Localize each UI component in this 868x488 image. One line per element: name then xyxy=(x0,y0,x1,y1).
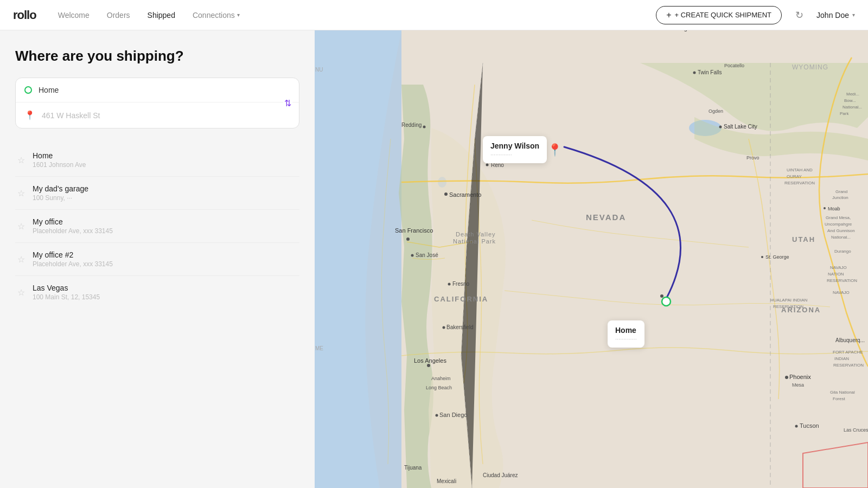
from-input[interactable] xyxy=(39,86,290,94)
header: rollo Welcome Orders Shipped Connections… xyxy=(0,0,868,30)
svg-text:Durango: Durango xyxy=(834,249,851,254)
svg-text:RESERVATION: RESERVATION xyxy=(784,181,815,185)
svg-text:Sacramento: Sacramento xyxy=(449,191,481,198)
destination-tooltip: Jenny Wilson ············· xyxy=(483,136,547,163)
user-name: John Doe xyxy=(816,11,849,20)
svg-text:Forest: Forest xyxy=(833,396,845,401)
destination-address: ············· xyxy=(490,151,539,158)
star-icon-4: ☆ xyxy=(17,254,25,265)
star-icon-2: ☆ xyxy=(17,188,25,198)
svg-point-5 xyxy=(444,192,448,196)
svg-text:Fresno: Fresno xyxy=(452,281,470,287)
origin-tooltip: Home ············· xyxy=(608,320,644,348)
svg-point-7 xyxy=(406,237,410,241)
user-chevron-icon: ▾ xyxy=(852,12,855,18)
svg-text:NEVADA: NEVADA xyxy=(586,213,626,222)
svg-text:Anaheim: Anaheim xyxy=(431,376,451,381)
svg-text:St. George: St. George xyxy=(765,254,789,260)
svg-text:Park: Park xyxy=(840,111,849,116)
saved-addr-home: 1601 Johnson Ave xyxy=(33,161,86,169)
svg-text:CALIFORNIA: CALIFORNIA xyxy=(434,295,488,303)
svg-text:Ciudad Juárez: Ciudad Juárez xyxy=(483,472,518,478)
origin-name: Home xyxy=(615,326,637,335)
svg-point-13 xyxy=(427,364,430,367)
svg-point-38 xyxy=(785,376,788,379)
address-inputs: 📍 461 W Haskell St ⇅ xyxy=(15,78,299,129)
nav-shipped[interactable]: Shipped xyxy=(148,11,175,20)
main-layout: Where are you shipping? 📍 461 W Haskell … xyxy=(0,30,868,488)
svg-text:NAVAJO: NAVAJO xyxy=(830,265,847,270)
svg-point-19 xyxy=(660,294,663,298)
svg-text:San Francisco: San Francisco xyxy=(395,227,433,234)
svg-text:Tijuana: Tijuana xyxy=(404,465,422,471)
saved-addr-las-vegas: 100 Main St, 12, 15345 xyxy=(33,293,100,301)
saved-name-home: Home xyxy=(33,151,86,160)
refresh-button[interactable]: ↻ xyxy=(790,7,808,24)
svg-text:Junction: Junction xyxy=(832,195,848,200)
svg-text:Moab: Moab xyxy=(828,206,840,211)
svg-text:Phoenix: Phoenix xyxy=(789,374,811,380)
to-address-row: 📍 461 W Haskell St xyxy=(16,102,299,128)
star-icon: ☆ xyxy=(17,155,25,165)
svg-text:FORT APACHE: FORT APACHE xyxy=(833,350,863,355)
saved-address-office2[interactable]: ☆ My office #2 Placeholder Ave, xxx 3314… xyxy=(15,243,299,276)
destination-pin-icon: 📍 xyxy=(24,110,35,120)
svg-text:National...: National... xyxy=(843,105,862,110)
page-title: Where are you shipping? xyxy=(15,48,299,65)
swap-addresses-button[interactable]: ⇅ xyxy=(283,97,292,110)
logo: rollo xyxy=(13,8,36,22)
svg-point-9 xyxy=(411,254,414,257)
saved-addr-dads-garage: 100 Sunny, ··· xyxy=(33,194,88,202)
saved-address-las-vegas[interactable]: ☆ Las Vegas 100 Main St, 12, 15345 xyxy=(15,276,299,309)
saved-addresses-list: ☆ Home 1601 Johnson Ave ☆ My dad's garag… xyxy=(15,144,299,309)
nav-welcome[interactable]: Welcome xyxy=(58,11,90,20)
svg-text:Bow...: Bow... xyxy=(844,98,856,103)
svg-text:Salt Lake City: Salt Lake City xyxy=(724,124,757,130)
svg-text:Gila National: Gila National xyxy=(830,390,855,395)
svg-text:INDIAN: INDIAN xyxy=(834,356,849,361)
svg-point-15 xyxy=(443,326,445,329)
svg-text:ME: ME xyxy=(315,345,323,351)
svg-text:Twin Falls: Twin Falls xyxy=(698,69,722,75)
svg-text:Provo: Provo xyxy=(746,155,760,160)
nav: Welcome Orders Shipped Connections ▾ xyxy=(58,11,656,20)
svg-text:San Diego: San Diego xyxy=(439,412,467,418)
svg-text:Bakersfield: Bakersfield xyxy=(446,324,473,330)
svg-text:HUALAPAI INDIAN: HUALAPAI INDIAN xyxy=(770,298,808,303)
map-area: Sacramento San Francisco San José Fresno… xyxy=(315,30,868,488)
svg-text:Albuquerq...: Albuquerq... xyxy=(835,337,865,343)
svg-text:San José: San José xyxy=(416,252,438,258)
svg-point-27 xyxy=(423,126,426,129)
user-area[interactable]: John Doe ▾ xyxy=(816,11,855,20)
svg-text:NU: NU xyxy=(315,67,323,73)
create-shipment-button[interactable]: + + CREATE QUICK SHIPMENT xyxy=(656,6,782,24)
saved-address-office[interactable]: ☆ My office Placeholder Ave, xxx 33145 xyxy=(15,210,299,243)
star-icon-3: ☆ xyxy=(17,221,25,232)
saved-addr-office: Placeholder Ave, xxx 33145 xyxy=(33,227,113,235)
svg-text:Redding: Redding xyxy=(401,122,422,128)
saved-address-home[interactable]: ☆ Home 1601 Johnson Ave xyxy=(15,144,299,177)
svg-text:Long Beach: Long Beach xyxy=(426,385,452,390)
svg-point-41 xyxy=(795,425,798,428)
nav-orders[interactable]: Orders xyxy=(107,11,130,20)
svg-text:NAVAJO: NAVAJO xyxy=(833,290,850,295)
svg-text:Las Cruces: Las Cruces xyxy=(844,427,868,433)
svg-text:RESERVATION: RESERVATION xyxy=(827,278,857,283)
to-address-display: 461 W Haskell St xyxy=(42,111,290,120)
svg-text:RESERVATION: RESERVATION xyxy=(773,304,803,309)
saved-address-dads-garage[interactable]: ☆ My dad's garage 100 Sunny, ··· xyxy=(15,177,299,210)
svg-point-36 xyxy=(761,256,763,258)
create-shipment-label: + CREATE QUICK SHIPMENT xyxy=(675,11,772,19)
origin-dot-icon xyxy=(24,86,32,94)
saved-name-office2: My office #2 xyxy=(33,251,113,259)
svg-point-23 xyxy=(719,126,722,129)
svg-text:Pocatello: Pocatello xyxy=(724,63,744,68)
from-address-row xyxy=(16,78,299,102)
plus-icon: + xyxy=(666,10,671,20)
svg-text:Mesa: Mesa xyxy=(792,382,804,388)
svg-text:NATION: NATION xyxy=(828,272,844,277)
nav-connections[interactable]: Connections ▾ xyxy=(193,11,240,20)
svg-text:Mexicali: Mexicali xyxy=(437,478,456,484)
svg-text:Grand Mesa,: Grand Mesa, xyxy=(826,215,851,220)
svg-text:Grand: Grand xyxy=(835,189,847,194)
